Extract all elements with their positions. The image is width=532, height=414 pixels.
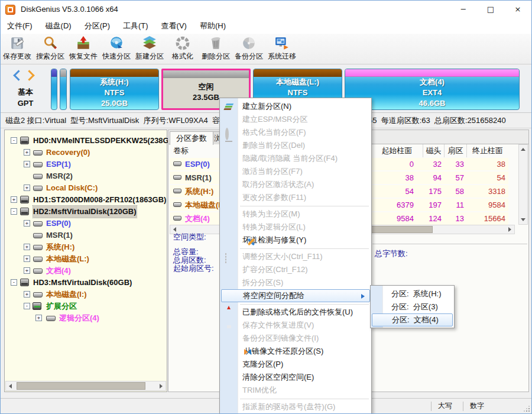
resize-grip[interactable] [524, 406, 530, 412]
heads-value: 94 [423, 172, 445, 184]
submenu-item-partition-docs-4[interactable]: 分区: 文档(4) [372, 313, 453, 326]
partition-block-esp[interactable] [51, 69, 57, 110]
menu-item-hide-partition[interactable]: 隐藏/取消隐藏 当前分区(F4) [220, 152, 371, 165]
tree-horizontal-scrollbar[interactable] [5, 381, 166, 391]
scrollbar-thumb[interactable] [17, 382, 145, 390]
toolbar-button-label: 删除分区 [199, 51, 232, 62]
partition-icon [33, 245, 43, 250]
format-icon [225, 128, 229, 140]
search-partition-button[interactable]: 搜索分区 [34, 35, 67, 63]
expand-toggle-icon[interactable]: + [24, 267, 30, 274]
submenu-item-partition-system-h[interactable]: 分区: 系统(H:) [371, 287, 454, 300]
scroll-down-icon[interactable] [521, 218, 525, 221]
new-partition-icon [142, 35, 157, 51]
menu-item-create-new-partition[interactable]: 建立新分区(N) [220, 100, 371, 113]
close-button[interactable]: × [504, 1, 531, 18]
scroll-left-icon[interactable] [173, 227, 176, 232]
menu-item-split-partition[interactable]: 拆分分区(S) [220, 276, 371, 289]
expand-toggle-icon[interactable]: + [24, 185, 30, 191]
table-row[interactable]: 本地磁盘(L:) [170, 199, 220, 211]
table-vertical-scrollbar[interactable] [518, 144, 528, 225]
menu-item-convert-to-primary[interactable]: 转换为主分区(M) [220, 208, 371, 221]
quick-partition-button[interactable]: 快速分区 [100, 35, 133, 63]
menu-tools[interactable]: 工具(T) [116, 18, 155, 34]
collapse-toggle-icon[interactable]: - [11, 279, 17, 286]
table-row[interactable]: ESP(0) [170, 158, 220, 170]
table-row[interactable]: MSR(1) [170, 172, 220, 184]
partition-scheme-label: GPT [11, 99, 40, 108]
menu-help[interactable]: 帮助(H) [193, 18, 232, 34]
scroll-up-icon[interactable] [521, 148, 525, 151]
menu-item-format-partition[interactable]: 格式化当前分区(F) [220, 126, 371, 139]
expand-toggle-icon[interactable]: + [35, 315, 42, 321]
disk-tree-panel: -HD0:NVMeINTELSSDPEKKW25(238GB) +Recover… [4, 130, 167, 392]
menu-item-backup-to-image[interactable]: 备份分区到镜像文件(I) [220, 332, 371, 345]
save-changes-button[interactable]: 保存更改 [1, 35, 34, 63]
collapse-toggle-icon[interactable]: - [24, 303, 30, 309]
menu-item-change-partition-params[interactable]: 更改分区参数(F11) [220, 191, 371, 204]
expand-toggle-icon[interactable]: + [24, 291, 30, 297]
collapse-toggle-icon[interactable]: - [11, 208, 17, 215]
format-button[interactable]: 格式化 [166, 35, 199, 63]
title-bar: DiskGenius V5.3.0.1066 x64 − □ × [1, 1, 531, 18]
delete-partition-button[interactable]: 删除分区 [199, 35, 232, 63]
menu-file[interactable]: 文件(F) [1, 18, 39, 34]
backup-partition-button[interactable]: 备份分区 [232, 35, 265, 63]
divider [463, 402, 463, 411]
scroll-left-icon[interactable] [9, 384, 12, 389]
menu-item-restore-from-image[interactable]: 从镜像文件还原分区(S) [220, 345, 371, 358]
menu-item-resize-partition[interactable]: 调整分区大小(Ctrl_F11) [220, 250, 371, 263]
menu-item-allocate-free-space-to[interactable]: 将空闲空间分配给 [221, 289, 370, 302]
menu-item-delete-partition[interactable]: 删除当前分区(Del) [220, 139, 371, 152]
menu-item-bad-track-repair[interactable]: 坏道检测与修复(Y) [220, 234, 371, 247]
backup-partition-icon [241, 35, 257, 51]
partition-icon [33, 174, 43, 179]
system-migration-button[interactable]: 系统迁移 [265, 35, 299, 63]
next-disk-icon[interactable] [24, 70, 34, 80]
expand-toggle-icon[interactable]: + [24, 149, 30, 156]
menu-item-clone-partition[interactable]: 克隆分区(P) [220, 358, 371, 371]
tab-partition-parameters[interactable]: 分区参数 [170, 131, 213, 145]
table-row[interactable]: 文档(4) [170, 212, 220, 225]
expand-toggle-icon[interactable]: + [11, 196, 17, 203]
partition-type-band [51, 69, 57, 77]
menu-item-assign-drive-letter[interactable]: 指派新的驱动器号(盘符)(G) [220, 400, 371, 413]
menu-disk[interactable]: 磁盘(D) [39, 18, 78, 34]
column-header-volume: 卷标 [173, 144, 189, 157]
menu-item-create-esp-msr[interactable]: 建立ESP/MSR分区 [220, 113, 371, 126]
hard-disk-icon [20, 137, 29, 144]
divider [431, 402, 432, 411]
partition-block-system-h[interactable]: 系统(H:) NTFS 25.0GB [70, 69, 159, 110]
partition-icon [33, 162, 43, 167]
prev-disk-icon[interactable] [13, 70, 24, 80]
menu-item-expand-partition[interactable]: 扩容分区(Ctrl_F12) [220, 263, 371, 276]
menu-view[interactable]: 查看(V) [155, 18, 193, 34]
menu-item-save-recovery-progress[interactable]: 保存文件恢复进度(V) [220, 319, 371, 332]
menu-item-wipe-free-space[interactable]: 清除分区空闲空间(E) [220, 371, 371, 384]
heads-value: 175 [423, 185, 445, 198]
diskgenius-window: DiskGenius V5.3.0.1066 x64 − □ × 文件(F) 磁… [0, 0, 532, 414]
column-header-heads: 磁头 [423, 144, 445, 157]
menu-item-convert-to-logical[interactable]: 转换为逻辑分区(L) [220, 221, 371, 234]
expand-toggle-icon[interactable]: + [24, 220, 30, 227]
menu-partition[interactable]: 分区(P) [78, 18, 116, 34]
partition-block-msr[interactable] [60, 69, 67, 110]
maximize-button[interactable]: □ [477, 1, 504, 18]
menu-item-cancel-active-state[interactable]: 取消分区激活状态(A) [220, 178, 371, 191]
menu-item-file-recovery[interactable]: 已删除或格式化后的文件恢复(U) [220, 306, 371, 319]
menu-item-trim-optimize[interactable]: TRIM优化 [220, 384, 371, 397]
recover-files-button[interactable]: 恢复文件 [67, 35, 100, 63]
scroll-right-icon[interactable] [160, 384, 163, 389]
submenu-item-partition-3[interactable]: 分区: 分区(3) [371, 300, 454, 313]
expand-toggle-icon[interactable]: + [24, 244, 30, 250]
partition-icon [33, 186, 43, 191]
new-partition-button[interactable]: 新建分区 [133, 35, 166, 63]
minimize-button[interactable]: − [450, 1, 477, 18]
expand-toggle-icon[interactable]: + [24, 161, 30, 167]
scroll-right-icon[interactable] [508, 227, 511, 232]
table-row[interactable]: 系统(H:) [170, 185, 220, 198]
partition-type-band [254, 69, 342, 77]
menu-item-activate-partition[interactable]: 激活当前分区(F7) [220, 165, 371, 178]
expand-toggle-icon[interactable]: + [24, 255, 30, 262]
collapse-toggle-icon[interactable]: - [11, 137, 17, 144]
